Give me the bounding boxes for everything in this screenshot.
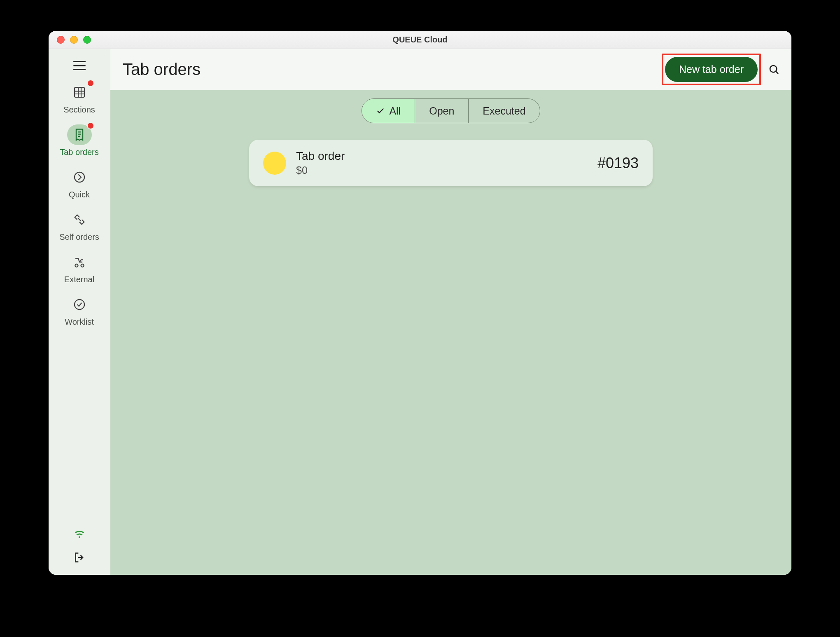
svg-point-6 (770, 66, 777, 72)
sidebar-item-label: Self orders (59, 232, 99, 242)
search-icon (768, 63, 780, 76)
svg-point-1 (75, 172, 84, 182)
menu-button[interactable] (70, 56, 89, 75)
notification-badge-icon (87, 122, 94, 129)
main-area: Tab orders New tab order All (110, 49, 791, 575)
order-amount: $0 (296, 164, 345, 176)
svg-point-5 (78, 536, 80, 538)
filter-all[interactable]: All (362, 99, 415, 123)
filter-label: All (389, 105, 401, 117)
filter-open[interactable]: Open (415, 99, 468, 123)
window-title: QUEUE Cloud (49, 35, 791, 44)
svg-point-2 (75, 264, 78, 267)
sidebar-bottom (73, 528, 86, 575)
order-card[interactable]: Tab order $0 #0193 (249, 140, 653, 186)
sidebar-item-quick[interactable]: Quick (49, 167, 110, 199)
receipt-icon (73, 128, 86, 141)
svg-rect-0 (75, 87, 84, 97)
handshake-icon (72, 213, 86, 227)
checklist-icon (73, 298, 86, 311)
filter-executed[interactable]: Executed (468, 99, 539, 123)
sidebar-item-sections[interactable]: Sections (49, 82, 110, 115)
notification-badge-icon (87, 80, 94, 87)
sidebar-item-label: External (64, 275, 94, 284)
filter-label: Executed (483, 105, 525, 117)
app-body: Sections Tab orders (49, 49, 791, 575)
sidebar-item-label: Quick (69, 190, 90, 199)
check-icon (376, 106, 385, 115)
logout-button[interactable] (73, 551, 86, 566)
content-area: All Open Executed Tab order $0 (110, 90, 791, 575)
wifi-icon (73, 528, 86, 541)
filter-group: All Open Executed (362, 98, 540, 123)
sidebar-item-external[interactable]: External (49, 252, 110, 284)
status-indicator-icon (263, 152, 286, 175)
sidebar: Sections Tab orders (49, 49, 110, 575)
order-list: Tab order $0 #0193 (249, 140, 653, 186)
page-title: Tab orders (123, 60, 201, 79)
titlebar: QUEUE Cloud (49, 31, 791, 49)
logout-icon (73, 551, 86, 564)
app-window: QUEUE Cloud Sections (49, 31, 791, 575)
sidebar-items: Sections Tab orders (49, 82, 110, 327)
highlight-annotation: New tab order (662, 54, 761, 85)
sidebar-item-label: Worklist (65, 317, 94, 327)
svg-point-4 (75, 300, 84, 309)
sidebar-item-worklist[interactable]: Worklist (49, 294, 110, 327)
sidebar-item-label: Tab orders (60, 148, 99, 157)
order-title: Tab order (296, 150, 345, 163)
order-id: #0193 (597, 155, 639, 172)
hamburger-icon (73, 61, 86, 70)
sidebar-item-tab-orders[interactable]: Tab orders (49, 124, 110, 157)
delivery-icon (72, 255, 86, 269)
sidebar-item-label: Sections (63, 105, 95, 115)
order-card-main: Tab order $0 (296, 150, 345, 176)
filter-label: Open (429, 105, 454, 117)
search-button[interactable] (765, 61, 783, 79)
wifi-status (73, 528, 86, 543)
sidebar-item-self-orders[interactable]: Self orders (49, 209, 110, 242)
running-icon (73, 171, 86, 184)
svg-point-3 (81, 264, 84, 267)
new-tab-order-button[interactable]: New tab order (665, 57, 758, 82)
page-header: Tab orders New tab order (110, 49, 791, 90)
grid-icon (73, 86, 86, 99)
